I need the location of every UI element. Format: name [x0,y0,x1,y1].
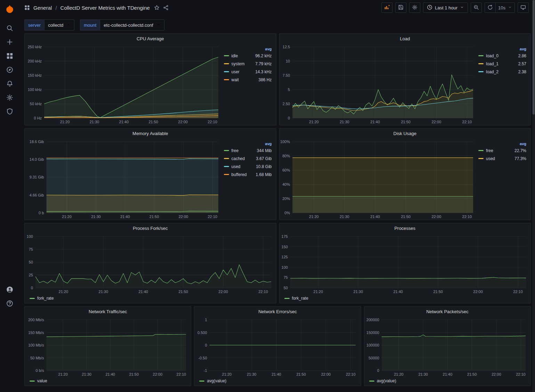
panel-title-network-packets-sec[interactable]: Network Packets/sec [364,307,530,316]
compass-icon[interactable] [4,64,16,76]
zoom-out-button[interactable] [471,2,482,13]
breadcrumb-folder[interactable]: General [33,5,52,11]
legend-swatch-icon [224,150,229,151]
svg-text:21:50: 21:50 [467,372,477,376]
refresh-button[interactable] [485,2,495,13]
svg-text:21:20: 21:20 [222,372,232,376]
legend-series-name[interactable]: load_2 [486,69,498,74]
legend-series-name[interactable]: user [232,69,240,74]
legend-series-name[interactable]: value [37,378,47,383]
chart-cpu-average[interactable]: 0 Hz50 kHz100 kHz150 kHz200 kHz250 kHz21… [25,43,223,125]
refresh-interval-picker[interactable]: 10s [495,2,515,13]
add-panel-button[interactable] [381,2,392,13]
legend-series-name[interactable]: used [232,164,241,169]
chart-memory-available[interactable]: 0 b4.66 Gib9.31 Gib14.0 Gib18.6 Gib21:20… [25,138,223,220]
tv-mode-button[interactable] [518,2,529,13]
legend-avg-header[interactable]: avg [520,142,526,146]
legend-series-name[interactable]: cached [232,156,245,161]
star-icon[interactable] [154,5,160,10]
time-range-picker[interactable]: Last 1 hour [423,2,468,13]
svg-text:5: 5 [288,87,290,92]
grafana-logo-icon[interactable] [5,4,15,15]
apps-icon[interactable] [4,50,16,62]
question-icon[interactable] [4,298,16,309]
svg-text:21:20: 21:20 [394,372,404,376]
chart-process-fork-sec[interactable]: 025507510021:2021:3021:4021:5022:0022:10 [25,233,276,295]
chart-network-packets-sec[interactable]: 05000010000015000020000021:2021:3021:402… [364,316,530,377]
legend-series-name[interactable]: load_1 [486,61,498,66]
panel-title-network-errors-sec[interactable]: Network Errors/sec [194,307,360,316]
panel-disk-usage: Disk Usage0%20%40%60%80%100%21:2021:3021… [279,128,531,220]
legend-swatch-icon [224,79,229,80]
svg-text:50 Mb/s: 50 Mb/s [30,356,44,360]
legend-series-name[interactable]: avg(value) [377,378,396,383]
legend-series-name[interactable]: free [232,148,239,153]
dashboards-grid-icon[interactable] [24,5,30,10]
variable-label-server[interactable]: server [24,19,44,31]
chart-network-traffic-sec[interactable]: 0 b/s50 Mb/s100 Mb/s150 Mb/s200 Mb/s21:2… [25,316,191,377]
scrollbar[interactable] [532,0,535,392]
legend-series-name[interactable]: idle [232,53,238,58]
shield-icon[interactable] [4,106,16,117]
variable-label-mount[interactable]: mount [80,19,100,31]
svg-text:22:00: 22:00 [431,215,441,219]
save-dashboard-button[interactable] [395,2,406,13]
legend-item: used10.8 Gib [224,162,272,170]
legend-avg-header[interactable]: avg [265,47,272,51]
sidebar-top-icons [4,22,16,117]
panel-title-disk-usage[interactable]: Disk Usage [279,128,531,138]
svg-text:21:30: 21:30 [99,290,108,294]
legend-item: idle96.2 kHz [224,52,272,60]
chart-network-errors-sec[interactable]: -1-0.5000.500121:2021:3021:4021:5022:002… [194,316,360,377]
legend-item: free344 Mib [224,147,272,155]
variable-value-mount[interactable]: etc-collectd-collectd.conf [100,19,164,31]
legend-series-name[interactable]: load_0 [486,53,498,58]
svg-text:21:30: 21:30 [91,215,101,219]
svg-text:22:00: 22:00 [178,120,188,124]
legend-series-name[interactable]: fork_rate [37,296,54,301]
legend-series-name[interactable]: system [232,61,245,66]
panel-title-load[interactable]: Load [279,34,531,43]
refresh-group: 10s [485,2,515,13]
panel-title-cpu-average[interactable]: CPU Average [25,34,276,43]
svg-text:150: 150 [281,245,287,249]
legend-network-packets-sec: avg(value) [364,377,530,386]
panel-title-processes[interactable]: Processes [279,223,531,233]
dashboard-title[interactable]: CollectD Server Metrics with TDengine [60,5,150,11]
panel-processes: Processes507510012515017521:2021:3021:40… [279,223,531,303]
bell-icon[interactable] [4,78,16,90]
legend-avg-header[interactable]: avg [265,142,272,146]
svg-text:12.5: 12.5 [282,45,290,49]
search-icon[interactable] [4,22,16,34]
panel-title-network-traffic-sec[interactable]: Network Traffic/sec [25,307,191,316]
svg-text:22:00: 22:00 [179,215,188,219]
legend-series-name[interactable]: wait [232,77,239,82]
dashboard-settings-button[interactable] [409,2,420,13]
gear-icon[interactable] [4,92,16,103]
legend-series-name[interactable]: fork_rate [292,296,308,301]
chart-disk-usage[interactable]: 0%20%40%60%80%100%21:2021:3021:4021:5022… [279,138,478,220]
chart-load[interactable]: 02.5057.501012.521:2021:3021:4021:5022:0… [279,43,478,125]
legend-series-name[interactable]: avg(value) [207,378,226,383]
legend-series-value: 96.2 kHz [255,53,271,58]
chart-processes[interactable]: 507510012515017521:2021:3021:4021:5022:0… [279,233,531,295]
legend-swatch-icon [199,381,204,382]
legend-avg-header[interactable]: avg [520,47,526,51]
panel-title-memory-available[interactable]: Memory Available [25,128,276,138]
legend-series-name[interactable]: used [486,156,495,161]
svg-text:150 kHz: 150 kHz [28,73,42,77]
avatar-icon[interactable] [4,284,16,295]
legend-series-name[interactable]: free [486,148,493,153]
legend-series-name[interactable]: buffered [232,172,247,177]
scrollbar-thumb[interactable] [533,0,535,115]
legend-item: wait386 Hz [224,76,272,84]
plus-icon[interactable] [4,36,16,48]
svg-text:0: 0 [205,343,207,347]
top-navbar: General / CollectD Server Metrics with T… [19,0,535,15]
panel-title-process-fork-sec[interactable]: Process Fork/sec [25,223,276,233]
legend-swatch-icon [30,381,35,382]
legend-series-value: 1.68 Mib [256,172,271,177]
svg-text:80%: 80% [282,154,290,158]
share-icon[interactable] [163,5,169,10]
variable-value-server[interactable]: collectd [44,19,74,31]
